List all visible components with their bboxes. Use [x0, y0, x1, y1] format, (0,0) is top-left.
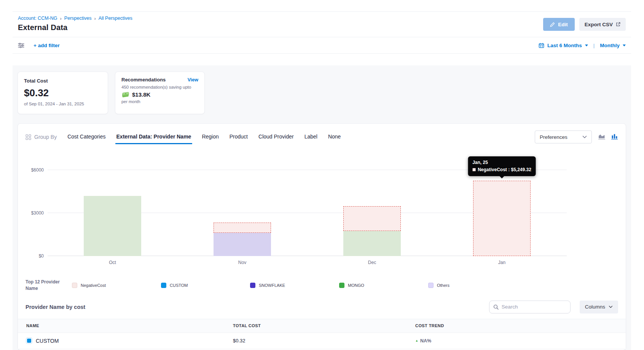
- export-csv-label: Export CSV: [585, 22, 613, 27]
- header-actions: Edit Export CSV: [543, 18, 626, 31]
- legend-item-mongo[interactable]: MONGO: [339, 283, 428, 288]
- total-cost-value: $0.32: [24, 87, 102, 99]
- chart-bar-dec[interactable]: [307, 170, 437, 256]
- legend-swatch-icon: [161, 283, 166, 288]
- tooltip-title: Jan, 25: [472, 160, 531, 165]
- chart-bar-oct[interactable]: [48, 170, 177, 256]
- edit-button-label: Edit: [558, 22, 568, 27]
- legend-swatch-icon: [250, 283, 255, 288]
- bar-segment-mongo[interactable]: [84, 196, 141, 256]
- tooltip-series-swatch-icon: [472, 168, 475, 171]
- legend-item-negativecost[interactable]: NegativeCost: [72, 283, 161, 288]
- caret-down-icon: [585, 45, 588, 46]
- content-area: Total Cost $0.32 of Sep 01, 2024 - Jan 3…: [13, 65, 631, 350]
- legend-swatch-icon: [72, 283, 77, 288]
- legend-item-snowflake[interactable]: SNOWFLAKE: [250, 283, 339, 288]
- breadcrumb-separator-icon: ›: [60, 16, 62, 21]
- breadcrumb-perspectives-link[interactable]: Perspectives: [64, 16, 92, 21]
- legend-item-label: SNOWFLAKE: [259, 283, 285, 288]
- chart-tooltip: Jan, 25 NegativeCost : $5,249.32: [468, 156, 536, 176]
- granularity-label: Monthly: [600, 43, 620, 48]
- breadcrumb-account-link[interactable]: Account: CCM-NG: [18, 16, 57, 21]
- bar-chart-icon[interactable]: [611, 133, 618, 141]
- tab-label[interactable]: Label: [304, 134, 317, 140]
- x-tick-label: Oct: [48, 260, 177, 265]
- tab-cost-categories[interactable]: Cost Categories: [67, 134, 105, 140]
- granularity-dropdown[interactable]: Monthly: [600, 43, 626, 48]
- legend-item-label: NegativeCost: [81, 283, 106, 288]
- external-link-icon: [616, 22, 620, 27]
- filter-sliders-icon[interactable]: [18, 43, 24, 48]
- tab-region[interactable]: Region: [202, 134, 218, 140]
- filter-bar: + add filter Last 6 Months | Monthly: [13, 37, 631, 54]
- table-title: Provider Name by cost: [26, 304, 85, 310]
- legend-swatch-icon: [428, 283, 434, 288]
- money-icon: [121, 92, 129, 98]
- timeframe-controls: Last 6 Months | Monthly: [539, 43, 626, 48]
- grid-icon: [26, 134, 31, 140]
- legend-item-label: CUSTOM: [170, 283, 188, 288]
- date-range-dropdown[interactable]: Last 6 Months: [547, 43, 588, 48]
- group-by-row: Group By Cost Categories External Data: …: [18, 124, 626, 143]
- chart-legend: Top 12 Provider Name NegativeCost CUSTOM…: [26, 279, 618, 292]
- table-toolbar: Provider Name by cost Columns: [18, 299, 626, 315]
- total-cost-card: Total Cost $0.32 of Sep 01, 2024 - Jan 3…: [18, 72, 108, 114]
- total-cost-period: of Sep 01, 2024 - Jan 31, 2025: [24, 102, 102, 106]
- chevron-down-icon: [609, 305, 613, 308]
- breadcrumb-all-perspectives-link[interactable]: All Perspectives: [99, 16, 132, 21]
- y-tick-label: $6000: [26, 167, 44, 173]
- legend-item-custom[interactable]: CUSTOM: [161, 283, 250, 288]
- chart-bar-nov[interactable]: [177, 170, 307, 256]
- x-tick-label: Nov: [177, 260, 307, 265]
- legend-item-label: Others: [437, 283, 450, 288]
- recommendations-per-month: per month: [121, 99, 198, 104]
- page-title: External Data: [18, 23, 626, 32]
- provider-swatch-icon: [26, 338, 32, 344]
- preferences-dropdown[interactable]: Preferences: [535, 130, 592, 143]
- tab-none[interactable]: None: [328, 134, 341, 140]
- summary-cards-row: Total Cost $0.32 of Sep 01, 2024 - Jan 3…: [18, 72, 626, 114]
- recommendations-savings: $13.8K: [132, 91, 150, 98]
- trend-up-icon: ▲: [415, 339, 418, 342]
- caret-down-icon: [623, 45, 626, 46]
- recommendations-card: Recommendations View 450 recommendation(…: [115, 72, 205, 114]
- tab-product[interactable]: Product: [230, 134, 248, 140]
- tab-external-data-provider-name[interactable]: External Data: Provider Name: [116, 134, 191, 140]
- total-cost-title: Total Cost: [24, 78, 102, 84]
- legend-item-others[interactable]: Others: [428, 283, 517, 288]
- columns-button[interactable]: Columns: [580, 301, 618, 313]
- cost-chart: Jan, 25 NegativeCost : $5,249.32 OctNovD…: [26, 146, 618, 271]
- x-tick-label: Jan: [437, 260, 567, 265]
- area-chart-icon[interactable]: [598, 133, 606, 141]
- pencil-icon: [550, 22, 555, 27]
- column-header-total-cost[interactable]: TOTAL COST: [225, 323, 407, 328]
- edit-button[interactable]: Edit: [543, 18, 575, 31]
- provider-total-cost: $0.32: [225, 338, 407, 344]
- tab-cloud-provider[interactable]: Cloud Provider: [258, 134, 294, 140]
- group-by-label: Group By: [26, 134, 57, 140]
- bar-segment-negativecost[interactable]: [473, 181, 530, 256]
- column-header-name[interactable]: NAME: [18, 323, 225, 328]
- chart-bar-jan[interactable]: [437, 170, 567, 256]
- legend-swatch-icon: [339, 283, 344, 288]
- add-filter-button[interactable]: + add filter: [33, 43, 60, 48]
- search-input[interactable]: [502, 304, 566, 310]
- bar-segment-negativecost[interactable]: [343, 206, 400, 231]
- column-header-cost-trend[interactable]: COST TREND: [407, 323, 626, 328]
- legend-item-label: MONGO: [348, 283, 364, 288]
- timeframe-divider: |: [593, 43, 595, 48]
- recommendations-subtitle: 450 recommendation(s) saving upto: [121, 85, 198, 89]
- provider-name: CUSTOM: [36, 338, 59, 344]
- group-by-tabs: Cost Categories External Data: Provider …: [67, 134, 341, 140]
- table-header-row: NAME TOTAL COST COST TREND: [18, 319, 626, 332]
- table-row[interactable]: CUSTOM $0.32 ▲ NA%: [18, 332, 626, 349]
- export-csv-button[interactable]: Export CSV: [579, 18, 626, 31]
- tooltip-series-value: NegativeCost : $5,249.32: [478, 167, 531, 172]
- recommendations-title: Recommendations: [121, 77, 166, 83]
- preferences-label: Preferences: [540, 134, 567, 140]
- y-tick-label: $0: [26, 253, 44, 259]
- recommendations-view-link[interactable]: View: [188, 77, 198, 83]
- bar-segment-negativecost[interactable]: [214, 223, 271, 232]
- bar-segment-others[interactable]: [214, 233, 271, 256]
- bar-segment-mongo[interactable]: [343, 231, 400, 256]
